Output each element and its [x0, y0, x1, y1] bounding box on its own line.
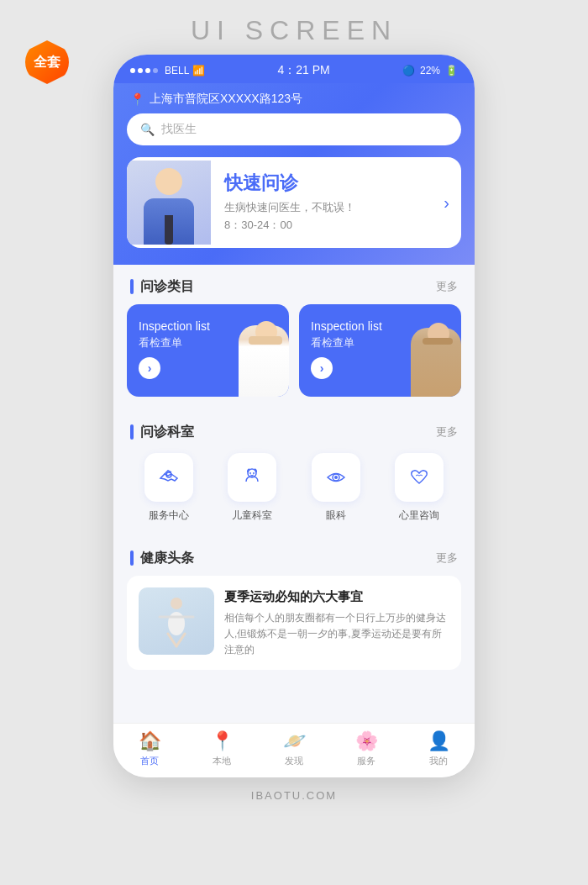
- category-more-button[interactable]: 更多: [436, 279, 458, 294]
- location-bar[interactable]: 📍 上海市普院区XXXXX路123号: [113, 83, 475, 113]
- nav-label-service: 服务: [357, 755, 375, 767]
- health-thumbnail: [139, 587, 214, 655]
- nav-label-local: 本地: [213, 755, 231, 767]
- home-icon: 🏠: [139, 730, 161, 752]
- clinic-section-bar-icon: [130, 424, 134, 440]
- doctor-image: [127, 161, 211, 245]
- svg-point-5: [334, 476, 338, 479]
- handshake-icon: [156, 465, 181, 490]
- category-card-1-arrow[interactable]: ›: [311, 357, 333, 379]
- consult-card[interactable]: 快速问诊 生病快速问医生，不耽误！ 8：30-24：00 ›: [127, 157, 461, 248]
- consult-info: 快速问诊 生病快速问医生，不耽误！ 8：30-24：00: [211, 157, 461, 248]
- signal-dot-4: [153, 68, 158, 73]
- location-icon: 📍: [130, 92, 144, 106]
- clinic-item-2[interactable]: 眼科: [312, 453, 360, 523]
- clinic-more-button[interactable]: 更多: [436, 424, 458, 440]
- clinic-label-3: 心里咨询: [399, 508, 439, 523]
- svg-point-7: [168, 612, 185, 635]
- health-article-card[interactable]: 夏季运动必知的六大事宜 相信每个人的朋友圈都有一个日行上万步的健身达人,但锻炼不…: [127, 576, 461, 671]
- svg-point-6: [171, 598, 182, 609]
- clinic-label-0: 服务中心: [149, 508, 189, 523]
- service-icon: 🌸: [355, 730, 378, 752]
- nav-item-service[interactable]: 🌸 服务: [341, 730, 391, 767]
- bluetooth-icon: 🔵: [402, 65, 415, 76]
- status-right: 🔵 22% 🔋: [402, 65, 458, 76]
- doc-body: [144, 198, 194, 245]
- health-article-info: 夏季运动必知的六大事宜 相信每个人的朋友圈都有一个日行上万步的健身达人,但锻炼不…: [224, 587, 449, 659]
- carrier-label: BELL: [165, 65, 189, 76]
- category-card-0-arrow[interactable]: ›: [139, 357, 160, 379]
- nav-item-discover[interactable]: 🪐 发现: [269, 730, 319, 767]
- clinic-icon-wrap-1: [228, 453, 276, 502]
- category-title-text: 问诊类目: [140, 278, 194, 296]
- section-bar-icon: [130, 279, 134, 294]
- category-section-header: 问诊类目 更多: [113, 265, 475, 304]
- doctor-illustration: [131, 165, 207, 245]
- category-cards-row: Inspection list 看检查单 › Inspection list 看…: [113, 304, 475, 410]
- main-content: 问诊类目 更多 Inspection list 看检查单 ›: [113, 265, 475, 743]
- clinic-item-3[interactable]: 心里咨询: [395, 453, 444, 523]
- health-article-desc: 相信每个人的朋友圈都有一个日行上万步的健身达人,但锻炼不是一朝一夕的事,夏季运动…: [224, 610, 449, 659]
- clinic-icon-wrap-3: [395, 453, 444, 502]
- nav-item-home[interactable]: 🏠 首页: [124, 730, 175, 767]
- yoga-illustration: [147, 592, 206, 651]
- phone-frame: BELL 📶 4：21 PM 🔵 22% 🔋 📍 上海市普院区XXXXX路123…: [113, 55, 475, 777]
- consult-arrow-icon: ›: [444, 192, 449, 212]
- svg-line-9: [168, 634, 176, 646]
- clinic-item-0[interactable]: 服务中心: [144, 453, 193, 523]
- category-card-1[interactable]: Inspection list 看检查单 ›: [299, 304, 461, 397]
- bottom-nav: 🏠 首页 📍 本地 🪐 发现 🌸 服务 👤 我的: [113, 723, 475, 777]
- baby-icon: [239, 465, 265, 490]
- health-section-bar-icon: [130, 550, 134, 566]
- heart-icon: [407, 465, 432, 490]
- search-icon: 🔍: [140, 123, 155, 136]
- category-card-0[interactable]: Inspection list 看检查单 ›: [127, 304, 289, 397]
- consult-subtitle1: 生病快速问医生，不耽误！: [224, 199, 453, 217]
- wifi-icon: 📶: [192, 65, 205, 76]
- clinic-icons-row: 服务中心 儿童科室: [113, 450, 475, 536]
- svg-line-10: [176, 634, 185, 646]
- health-article-title: 夏季运动必知的六大事宜: [224, 587, 449, 605]
- health-more-button[interactable]: 更多: [436, 550, 458, 566]
- nav-label-profile: 我的: [429, 755, 448, 767]
- svg-point-3: [253, 472, 255, 474]
- clinic-section-header: 问诊科室 更多: [113, 410, 475, 450]
- discover-icon: 🪐: [283, 730, 306, 752]
- category-person-0: [230, 319, 289, 397]
- local-icon: 📍: [211, 730, 234, 752]
- status-bar: BELL 📶 4：21 PM 🔵 22% 🔋: [113, 55, 475, 83]
- signal-dot-2: [138, 68, 143, 73]
- consult-title: 快速问诊: [224, 171, 453, 196]
- page-wrapper: UI SCREEN 全套 BELL 📶 4：21 PM 🔵 22% 🔋: [0, 0, 588, 885]
- signal-dots: [130, 68, 158, 73]
- clinic-icon-wrap-2: [312, 453, 360, 502]
- status-left: BELL 📶: [130, 65, 205, 76]
- signal-dot-3: [145, 68, 150, 73]
- consult-subtitle2: 8：30-24：00: [224, 217, 453, 234]
- health-title-text: 健康头条: [140, 550, 194, 567]
- battery-icon: 🔋: [445, 65, 458, 76]
- category-person-1: [402, 319, 461, 397]
- search-bar[interactable]: 🔍 找医生: [127, 113, 461, 145]
- battery-label: 22%: [420, 65, 440, 76]
- profile-icon: 👤: [428, 730, 450, 752]
- quantao-badge: 全套: [25, 40, 69, 84]
- location-text: 上海市普院区XXXXX路123号: [150, 92, 302, 107]
- clinic-section-title: 问诊科室: [130, 424, 194, 441]
- search-placeholder-text: 找医生: [161, 122, 197, 137]
- health-section-header: 健康头条 更多: [113, 536, 475, 576]
- clinic-label-1: 儿童科室: [232, 508, 272, 523]
- health-section-title: 健康头条: [130, 550, 194, 567]
- nav-item-profile[interactable]: 👤 我的: [413, 730, 464, 767]
- doc-tie: [165, 215, 173, 245]
- watermark: IBAOTU.COM: [251, 789, 337, 802]
- clinic-title-text: 问诊科室: [140, 424, 194, 441]
- nav-label-discover: 发现: [285, 755, 303, 767]
- clinic-label-2: 眼科: [326, 508, 346, 523]
- svg-point-2: [249, 472, 251, 474]
- signal-dot-1: [130, 68, 135, 73]
- eye-icon: [323, 465, 349, 490]
- clinic-item-1[interactable]: 儿童科室: [228, 453, 276, 523]
- nav-label-home: 首页: [140, 755, 159, 767]
- nav-item-local[interactable]: 📍 本地: [197, 730, 247, 767]
